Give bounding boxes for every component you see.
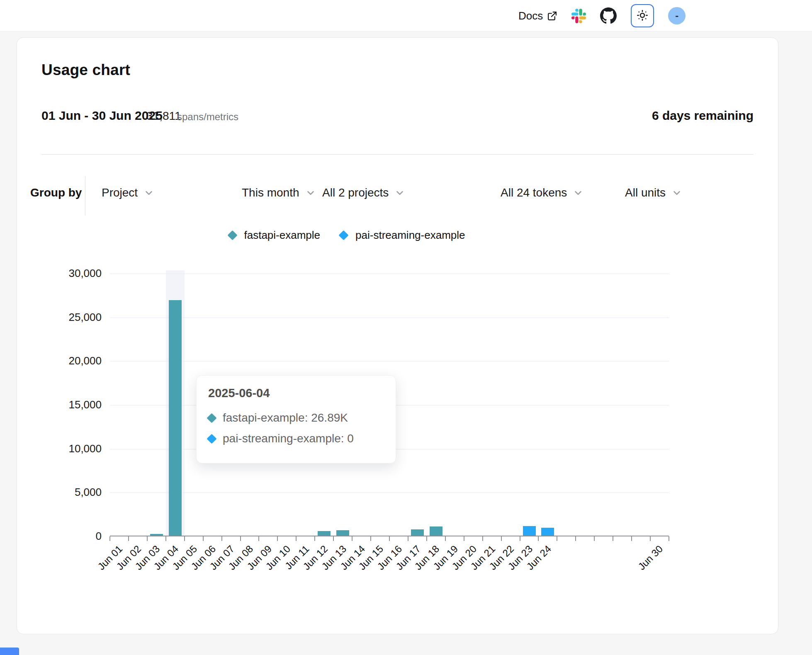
x-axis-tick <box>277 536 278 541</box>
vertical-divider <box>85 176 85 216</box>
x-axis-tick <box>631 536 632 541</box>
x-axis-tick <box>613 536 613 541</box>
gridline-25000 <box>110 318 669 318</box>
x-axis-tick <box>408 536 408 541</box>
dropdown-all-units[interactable]: All units <box>625 186 682 199</box>
dropdown-label: All 2 projects <box>322 186 389 199</box>
y-tick-label: 5,000 <box>25 486 102 499</box>
x-axis-tick <box>128 536 129 541</box>
x-axis-tick <box>352 536 353 541</box>
avatar[interactable]: - <box>668 7 686 24</box>
theme-toggle-button[interactable] <box>631 4 654 27</box>
chevron-down-icon <box>671 187 682 198</box>
x-axis-tick <box>445 536 446 541</box>
x-axis-tick <box>109 536 110 541</box>
total-count: 31,811 <box>146 109 181 123</box>
tooltip-rows: fastapi-example: 26.89Kpai-streaming-exa… <box>208 408 384 449</box>
tooltip-date: 2025-06-04 <box>208 386 384 400</box>
dropdown-all-24-tokens[interactable]: All 24 tokens <box>501 186 583 199</box>
bar-jun-24-pai-streaming-example[interactable] <box>541 528 554 536</box>
bar-jun-04-fastapi-example[interactable] <box>169 300 182 536</box>
legend-diamond-icon <box>339 230 349 240</box>
avatar-text: - <box>675 10 678 22</box>
chevron-down-icon <box>305 187 316 198</box>
chevron-down-icon <box>573 187 583 198</box>
bar-jun-17-fastapi-example[interactable] <box>411 529 424 536</box>
bar-jun-03-fastapi-example[interactable] <box>150 534 163 536</box>
legend-label: fastapi-example <box>244 229 321 242</box>
dropdown-this-month[interactable]: This month <box>242 186 316 199</box>
y-tick-label: 20,000 <box>25 354 102 367</box>
group-by-label: Group by <box>30 186 82 199</box>
x-axis-tick <box>296 536 297 541</box>
x-axis-tick <box>314 536 315 541</box>
x-axis-tick <box>240 536 241 541</box>
x-axis-tick <box>464 536 464 541</box>
dropdown-label: This month <box>242 186 299 199</box>
bar-jun-23-pai-streaming-example[interactable] <box>523 526 536 536</box>
y-tick-label: 15,000 <box>25 398 102 411</box>
tooltip-row-fastapi-example: fastapi-example: 26.89K <box>208 408 384 428</box>
x-axis-tick <box>165 536 166 541</box>
bar-jun-13-fastapi-example[interactable] <box>336 530 349 536</box>
tooltip-row-pai-streaming-example: pai-streaming-example: 0 <box>208 428 384 449</box>
date-row: 01 Jun - 30 Jun 2025 31,811 spans/metric… <box>41 109 754 127</box>
x-axis-tick <box>501 536 502 541</box>
x-axis-tick <box>482 536 483 541</box>
dropdown-label: All 24 tokens <box>501 186 567 199</box>
days-remaining: 6 days remaining <box>652 109 754 123</box>
github-icon[interactable] <box>600 7 617 24</box>
partially-visible-element <box>0 648 19 655</box>
legend-item-fastapi-example[interactable]: fastapi-example <box>229 229 321 242</box>
legend-item-pai-streaming-example[interactable]: pai-streaming-example <box>340 229 465 242</box>
external-link-icon <box>547 11 557 21</box>
dropdown-all-2-projects[interactable]: All 2 projects <box>322 186 405 199</box>
top-bar: Docs <box>0 0 812 32</box>
sun-icon <box>636 9 649 23</box>
x-axis-tick <box>594 536 595 541</box>
total-unit: spans/metrics <box>177 111 238 123</box>
x-axis-tick <box>333 536 334 541</box>
chart-tooltip: 2025-06-04 fastapi-example: 26.89Kpai-st… <box>196 375 396 463</box>
chevron-down-icon <box>394 187 405 198</box>
top-bar-actions: Docs <box>518 0 686 32</box>
x-axis-tick <box>147 536 148 541</box>
divider <box>41 154 754 155</box>
y-axis-labels: 05,00010,00015,00020,00025,00030,000 <box>25 274 102 536</box>
y-tick-label: 10,000 <box>25 442 102 455</box>
x-axis-tick <box>520 536 520 541</box>
gridline-20000 <box>110 361 669 361</box>
dropdown-label: All units <box>625 186 666 199</box>
chart-legend: fastapi-examplepai-streaming-example <box>25 229 669 242</box>
x-axis-tick <box>650 536 651 541</box>
date-range: 01 Jun - 30 Jun 2025 <box>41 109 163 123</box>
slack-icon[interactable] <box>571 9 586 23</box>
screen: Docs <box>0 0 812 655</box>
legend-label: pai-streaming-example <box>355 229 465 242</box>
tooltip-row-text: fastapi-example: 26.89K <box>223 411 348 425</box>
x-axis-tick <box>221 536 222 541</box>
legend-diamond-icon <box>227 230 237 240</box>
gridline-30000 <box>110 274 669 274</box>
x-axis-tick <box>203 536 204 541</box>
docs-link[interactable]: Docs <box>518 10 557 22</box>
tooltip-diamond-icon <box>207 413 216 423</box>
x-axis-tick <box>538 536 539 541</box>
y-tick-label: 25,000 <box>25 311 102 324</box>
bar-jun-18-fastapi-example[interactable] <box>430 526 442 536</box>
chevron-down-icon <box>143 187 154 198</box>
tooltip-diamond-icon <box>207 434 216 444</box>
x-axis-tick <box>426 536 427 541</box>
y-tick-label: 30,000 <box>25 267 102 280</box>
bar-jun-12-fastapi-example[interactable] <box>318 531 331 536</box>
dropdown-project[interactable]: Project <box>102 186 154 199</box>
filter-row: Group by ProjectThis monthAll 2 projects… <box>0 176 762 216</box>
y-tick-label: 0 <box>25 530 102 543</box>
x-axis-tick <box>258 536 259 541</box>
x-axis-tick <box>184 536 185 541</box>
x-axis-tick <box>557 536 557 541</box>
dropdown-label: Project <box>102 186 138 199</box>
x-axis-tick <box>669 536 669 541</box>
x-axis-tick <box>370 536 371 541</box>
tooltip-row-text: pai-streaming-example: 0 <box>223 432 354 445</box>
